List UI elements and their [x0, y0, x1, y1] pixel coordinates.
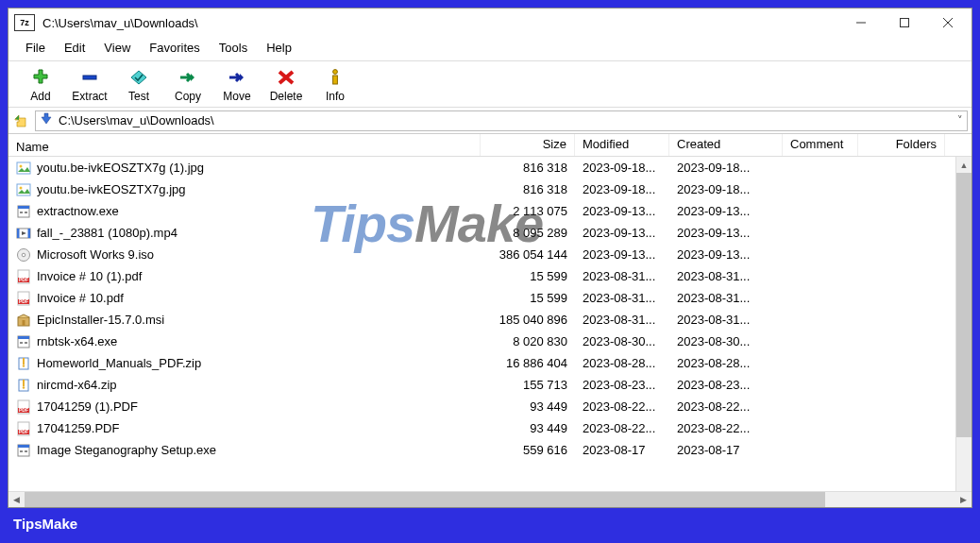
file-row[interactable]: fall_-_23881 (1080p).mp48 095 2892023-09…: [8, 222, 972, 244]
file-modified: 2023-08-30...: [575, 334, 669, 348]
chevron-down-icon[interactable]: ˅: [957, 114, 963, 127]
menu-favorites[interactable]: Favorites: [140, 39, 209, 57]
file-created: 2023-08-31...: [669, 291, 783, 305]
file-created: 2023-09-13...: [669, 247, 783, 262]
extract-icon: [79, 67, 100, 88]
svg-rect-46: [20, 450, 23, 452]
file-row[interactable]: extractnow.exe2 113 0752023-09-13...2023…: [8, 200, 972, 222]
copy-icon: [177, 67, 198, 88]
app-icon: 7z: [14, 14, 35, 31]
titlebar: 7z C:\Users\mav_u\Downloads\: [8, 8, 972, 37]
delete-icon: [276, 67, 296, 88]
address-bar: C:\Users\mav_u\Downloads\ ˅: [8, 108, 972, 134]
file-modified: 2023-09-13...: [575, 226, 669, 240]
file-size: 816 318: [481, 182, 575, 196]
tool-move[interactable]: Move: [212, 65, 262, 105]
file-modified: 2023-08-28...: [575, 356, 669, 370]
file-row[interactable]: PDFInvoice # 10.pdf15 5992023-08-31...20…: [8, 287, 972, 309]
svg-text:PDF: PDF: [19, 429, 28, 434]
scroll-thumb[interactable]: [956, 173, 972, 437]
file-name: fall_-_23881 (1080p).mp4: [37, 226, 177, 240]
header-comment[interactable]: Comment: [783, 134, 858, 156]
scroll-up-arrow-icon[interactable]: ▲: [956, 157, 972, 173]
file-row[interactable]: Homeworld_Manuals_PDF.zip16 886 4042023-…: [8, 352, 972, 374]
header-folders[interactable]: Folders: [858, 134, 945, 156]
file-size: 15 599: [481, 291, 575, 305]
header-size[interactable]: Size: [481, 134, 575, 156]
svg-rect-31: [25, 342, 27, 344]
menu-view[interactable]: View: [94, 39, 140, 57]
file-size: 93 449: [481, 421, 575, 435]
file-row[interactable]: PDF17041259.PDF93 4492023-08-22...2023-0…: [8, 417, 972, 439]
file-row[interactable]: Microsoft Works 9.iso386 054 1442023-09-…: [8, 244, 972, 265]
header-modified[interactable]: Modified: [575, 134, 669, 156]
file-name: 17041259 (1).PDF: [37, 399, 138, 414]
file-created: 2023-09-13...: [669, 204, 783, 218]
svg-rect-33: [23, 358, 25, 365]
footer-brand: TipsMake: [8, 508, 972, 532]
file-row[interactable]: youtu.be-ivkEOSZTX7g.jpg816 3182023-09-1…: [8, 178, 972, 200]
svg-rect-9: [17, 184, 30, 195]
nav-up-button[interactable]: [12, 112, 29, 129]
svg-rect-47: [25, 450, 27, 452]
hscroll-thumb[interactable]: [25, 492, 825, 507]
file-type-icon: [16, 247, 31, 263]
file-type-icon: [16, 161, 31, 176]
path-text: C:\Users\mav_u\Downloads\: [53, 113, 957, 127]
file-row[interactable]: youtu.be-ivkEOSZTX7g (1).jpg816 3182023-…: [8, 157, 972, 178]
file-row[interactable]: PDFInvoice # 10 (1).pdf15 5992023-08-31.…: [8, 265, 972, 287]
file-name: youtu.be-ivkEOSZTX7g.jpg: [37, 182, 186, 196]
svg-point-19: [22, 253, 25, 257]
maximize-button[interactable]: [883, 9, 926, 36]
tool-delete[interactable]: Delete: [262, 65, 311, 105]
file-created: 2023-08-31...: [669, 313, 783, 327]
file-modified: 2023-08-22...: [575, 399, 669, 414]
vertical-scrollbar[interactable]: ▲: [955, 157, 972, 491]
file-modified: 2023-08-31...: [575, 313, 669, 327]
tool-label: Add: [30, 90, 50, 103]
file-row[interactable]: EpicInstaller-15.7.0.msi185 040 8962023-…: [8, 309, 972, 331]
move-icon: [227, 67, 247, 88]
app-window: 7z C:\Users\mav_u\Downloads\ FileEditVie…: [8, 8, 972, 508]
file-row[interactable]: nircmd-x64.zip155 7132023-08-23...2023-0…: [8, 374, 972, 396]
svg-text:PDF: PDF: [19, 277, 28, 282]
file-created: 2023-08-30...: [669, 334, 783, 348]
svg-rect-13: [20, 212, 23, 213]
scroll-left-arrow-icon[interactable]: ◀: [8, 492, 25, 507]
header-name[interactable]: Name: [8, 134, 481, 156]
tool-info[interactable]: Info: [311, 65, 360, 105]
tool-test[interactable]: Test: [114, 65, 163, 105]
tool-label: Info: [326, 90, 345, 103]
file-name: Microsoft Works 9.iso: [37, 247, 154, 262]
menu-help[interactable]: Help: [257, 39, 301, 57]
file-name: Image Steganography Setup.exe: [37, 443, 216, 457]
path-combobox[interactable]: C:\Users\mav_u\Downloads\ ˅: [35, 110, 968, 131]
file-row[interactable]: rnbtsk-x64.exe8 020 8302023-08-30...2023…: [8, 331, 972, 352]
file-size: 93 449: [481, 399, 575, 414]
file-size: 8 020 830: [481, 334, 575, 348]
menu-tools[interactable]: Tools: [210, 39, 257, 57]
minimize-button[interactable]: [839, 9, 883, 36]
file-type-icon: [16, 204, 31, 219]
tool-add[interactable]: Add: [16, 65, 65, 105]
tool-extract[interactable]: Extract: [65, 65, 114, 105]
svg-text:PDF: PDF: [19, 298, 28, 304]
file-name: 17041259.PDF: [37, 421, 119, 435]
svg-rect-45: [18, 445, 29, 448]
file-name: nircmd-x64.zip: [37, 378, 117, 392]
scroll-right-arrow-icon[interactable]: ▶: [955, 492, 972, 507]
file-row[interactable]: PDF17041259 (1).PDF93 4492023-08-22...20…: [8, 396, 972, 417]
file-type-icon: [16, 226, 31, 241]
tool-copy[interactable]: Copy: [163, 65, 212, 105]
svg-rect-14: [25, 212, 27, 213]
menu-edit[interactable]: Edit: [55, 39, 94, 57]
tool-label: Copy: [175, 90, 201, 103]
horizontal-scrollbar[interactable]: ◀ ▶: [8, 491, 972, 507]
close-button[interactable]: [926, 9, 970, 36]
file-size: 2 113 075: [481, 204, 575, 218]
file-size: 8 095 289: [481, 226, 575, 240]
menu-file[interactable]: File: [16, 39, 55, 57]
file-row[interactable]: Image Steganography Setup.exe559 6162023…: [8, 439, 972, 461]
header-created[interactable]: Created: [669, 134, 783, 156]
file-list[interactable]: youtu.be-ivkEOSZTX7g (1).jpg816 3182023-…: [8, 157, 972, 491]
